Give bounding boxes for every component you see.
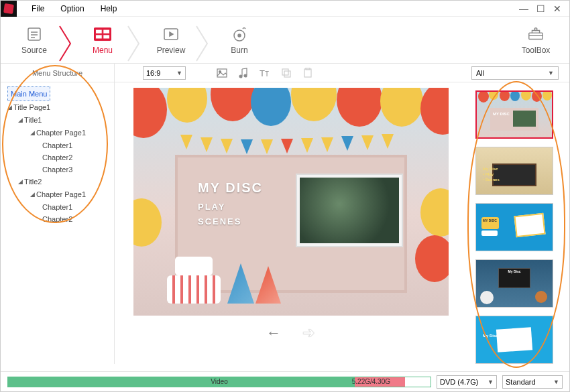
disc-play-button[interactable]: PLAY (198, 202, 225, 212)
template-filter-select[interactable]: All ▼ (471, 66, 559, 80)
menu-preview-canvas[interactable]: MY DISC PLAY SCENES (133, 88, 449, 316)
disc-title[interactable]: MY DISC (198, 180, 263, 196)
tree-title-page1[interactable]: ◢Title Page1 (5, 101, 110, 114)
step-burn[interactable]: Burn (213, 20, 266, 60)
step-preview[interactable]: Preview (144, 20, 198, 60)
preview-nav: ← ➔ (264, 324, 318, 342)
svg-rect-25 (304, 69, 311, 77)
collapse-icon: ◢ (18, 114, 23, 126)
main-row: Main Menu ◢Title Page1 ◢Title1 ◢Chapter … (1, 82, 569, 364)
svg-rect-0 (28, 28, 40, 40)
app-icon (1, 1, 17, 17)
disc-capacity-bar: Video 5.22G/4.30G (7, 377, 431, 387)
collapse-icon: ◢ (7, 101, 12, 113)
step-toolbox[interactable]: ToolBox (509, 20, 563, 60)
tree-chapter2[interactable]: Chapter2 (5, 213, 110, 225)
svg-rect-13 (529, 33, 543, 39)
burn-icon (231, 25, 248, 43)
statusbar: Video 5.22G/4.30G DVD (4.7G) ▼ Standard … (1, 371, 569, 391)
aspect-ratio-value: 16:9 (146, 69, 160, 77)
template-item[interactable]: My Disc (475, 259, 553, 308)
svg-marker-10 (170, 32, 173, 36)
step-source[interactable]: Source (7, 20, 61, 60)
maximize-icon[interactable]: ☐ (536, 3, 545, 14)
svg-point-18 (244, 74, 247, 77)
svg-point-12 (238, 34, 241, 37)
tree-chapter1[interactable]: Chapter1 (5, 201, 110, 213)
menu-option[interactable]: Option (52, 1, 92, 16)
tree-title2[interactable]: ◢Title2 (5, 176, 110, 188)
svg-point-15 (534, 27, 537, 30)
source-icon (25, 25, 43, 43)
preview-area: MY DISC PLAY SCENES ← ➔ (115, 82, 467, 364)
text-icon[interactable]: TT (258, 66, 272, 80)
menu-structure-tree: Main Menu ◢Title Page1 ◢Title1 ◢Chapter … (1, 82, 115, 364)
svg-rect-8 (103, 34, 110, 38)
tree-chapter1[interactable]: Chapter1 (5, 139, 110, 151)
svg-rect-7 (96, 34, 103, 38)
menu-file[interactable]: File (23, 1, 52, 16)
disc-type-select[interactable]: DVD (4.7G) ▼ (437, 375, 497, 389)
image-icon[interactable] (215, 66, 229, 80)
cake-decoration (167, 263, 221, 304)
svg-text:T: T (265, 70, 269, 78)
step-label: Menu (93, 46, 113, 55)
step-toolbar: Source Menu Preview Burn ToolBox (1, 17, 569, 64)
step-label: Source (21, 46, 47, 55)
close-icon[interactable]: ✕ (553, 3, 561, 14)
step-separator (129, 23, 144, 57)
tree-header: Menu Structure (1, 64, 115, 82)
menu-help[interactable]: Help (93, 1, 125, 16)
step-label: ToolBox (522, 46, 551, 55)
minimize-icon[interactable]: — (519, 3, 528, 14)
template-item[interactable]: MY DISC (475, 90, 553, 139)
svg-rect-23 (282, 69, 288, 75)
tree-title1[interactable]: ◢Title1 (5, 114, 110, 127)
svg-rect-5 (96, 29, 103, 34)
paste-icon (301, 66, 315, 80)
template-item[interactable]: My Disc• Play• Scenes (475, 147, 553, 195)
copy-icon (280, 66, 293, 80)
step-label: Preview (157, 46, 186, 55)
template-item[interactable]: MY DISC (475, 203, 553, 251)
step-separator (198, 23, 213, 57)
tree-main-menu[interactable]: Main Menu (5, 86, 110, 101)
step-label: Burn (231, 46, 247, 55)
collapse-icon: ◢ (30, 127, 35, 139)
template-item[interactable]: My Disc (475, 316, 553, 364)
next-page-button[interactable]: ➔ (299, 324, 318, 342)
tree-chapter-page1[interactable]: ◢Chapter Page1 (5, 127, 110, 139)
template-filter-value: All (476, 69, 484, 77)
collapse-icon: ◢ (18, 176, 23, 188)
quality-select[interactable]: Standard ▼ (502, 375, 563, 389)
templates-panel: MY DISC My Disc• Play• Scenes MY DISC My… (467, 82, 569, 364)
capacity-video-label: Video (211, 378, 227, 385)
titlebar-menu: File Option Help (23, 1, 125, 16)
chevron-down-icon: ▼ (548, 70, 554, 76)
chapter-thumbnail[interactable] (296, 174, 403, 247)
prev-page-button[interactable]: ← (264, 324, 283, 342)
quality-value: Standard (506, 378, 536, 386)
collapse-icon: ◢ (30, 188, 35, 200)
disc-scenes-button[interactable]: SCENES (198, 216, 241, 226)
window-controls: — ☐ ✕ (519, 3, 569, 14)
svg-text:T: T (260, 68, 265, 78)
chevron-down-icon: ▼ (176, 70, 182, 76)
svg-point-19 (239, 75, 242, 78)
toolbox-icon (527, 25, 545, 43)
titlebar: File Option Help — ☐ ✕ (1, 1, 569, 17)
aspect-ratio-select[interactable]: 16:9 ▼ (143, 66, 186, 80)
tree-chapter3[interactable]: Chapter3 (5, 164, 110, 176)
music-icon[interactable] (237, 66, 250, 80)
chevron-down-icon: ▼ (488, 379, 494, 385)
step-separator (61, 23, 76, 57)
svg-rect-24 (284, 71, 290, 77)
capacity-size-label: 5.22G/4.30G (352, 378, 390, 385)
disc-type-value: DVD (4.7G) (440, 378, 478, 386)
menu-icon (94, 25, 111, 43)
tree-chapter-page1[interactable]: ◢Chapter Page1 (5, 188, 110, 201)
preview-icon (162, 25, 180, 43)
step-menu[interactable]: Menu (76, 20, 129, 60)
tree-chapter2[interactable]: Chapter2 (5, 151, 110, 164)
midbar: Menu Structure 16:9 ▼ TT All ▼ (1, 64, 569, 82)
